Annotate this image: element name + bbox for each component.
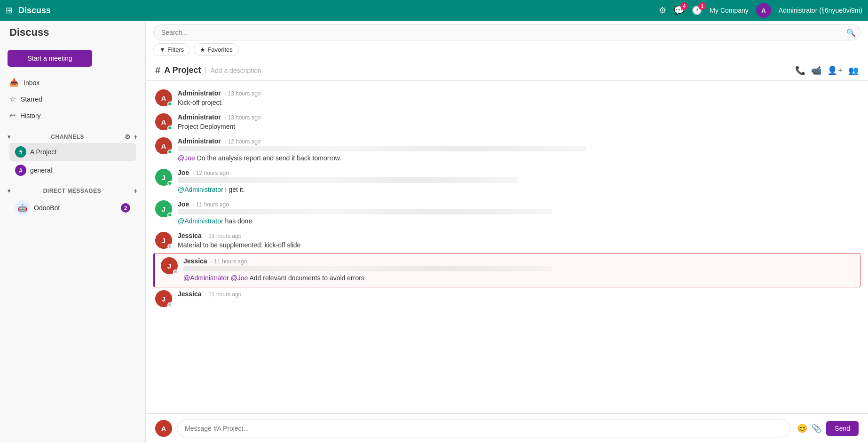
clock-badge: 1 [698,2,706,10]
app-title: Discuss [18,6,653,16]
company-name[interactable]: My Company [710,7,748,14]
odoobot-name: OdooBot [34,204,60,212]
message-text: Material to be supplemented: kick-off sl… [178,240,859,250]
channel-header-actions: 📞 📹 👤+ 👥 [795,65,859,76]
main-layout: Discuss Start a meeting 📥 Inbox ☆ Starre… [0,21,868,443]
message-header: Jessica · 11 hours ago [178,290,859,298]
message-author: Jessica [178,232,202,239]
message-header: Jessica · 11 hours ago [178,232,859,239]
message-item: J Jessica · 11 hours ago Material to be … [146,229,868,253]
message-time: · 11 hours ago [205,233,242,239]
message-avatar: J [155,290,172,307]
history-label: History [20,112,41,119]
filters-label: Filters [167,46,184,53]
message-item: A Administrator · 13 hours ago Project D… [146,111,868,134]
phone-icon[interactable]: 📞 [795,65,805,76]
message-author: Administrator [178,137,221,145]
inbox-icon: 📥 [9,78,19,87]
video-icon[interactable]: 📹 [811,65,821,76]
message-header: Joe · 11 hours ago [178,200,859,208]
filters-button[interactable]: ▼ Filters [153,43,190,56]
message-header: Administrator · 12 hours ago [178,137,859,145]
message-body: Jessica · 11 hours ago @Administrator @J… [183,257,854,283]
add-member-icon[interactable]: 👤+ [827,65,843,76]
user-avatar[interactable]: A [756,3,771,18]
search-area: 🔍 ▼ Filters ★ Favorites [146,21,868,60]
message-avatar: A [155,89,172,106]
settings-icon[interactable]: ⚙ [659,5,666,16]
messages-icon[interactable]: 💬 4 [674,5,684,16]
blurred-content [178,177,518,183]
channels-chevron: ▾ [8,134,11,140]
channels-settings-icon[interactable]: ⚙ [125,133,131,141]
sidebar-item-starred[interactable]: ☆ Starred [2,91,143,107]
message-author: Joe [178,169,189,176]
grid-icon[interactable]: ⊞ [6,5,13,16]
message-header: Joe · 12 hours ago [178,169,859,176]
channels-section: ▾ CHANNELS ⚙ + # A Project # general [0,127,145,182]
clock-icon[interactable]: 🕐 1 [692,5,702,16]
search-bar-row: 🔍 [153,24,860,40]
message-author: Jessica [183,257,207,265]
odoobot-badge: 2 [121,203,130,213]
message-avatar: J [161,257,178,274]
message-body: Jessica · 11 hours ago [178,290,859,299]
dm-add-icon[interactable]: + [134,187,138,195]
dm-chevron: ▾ [8,188,11,194]
channel-name-a-project: A Project [30,148,56,156]
sidebar-item-inbox[interactable]: 📥 Inbox [2,74,143,91]
attachment-icon[interactable]: 📎 [811,423,821,434]
compose-input[interactable] [177,419,790,437]
channel-name-general: general [30,166,52,174]
message-body: Joe · 11 hours ago @Administrator has do… [178,200,859,226]
channel-header-name: A Project [164,65,201,75]
members-icon[interactable]: 👥 [848,65,859,76]
search-input[interactable] [153,24,860,40]
message-avatar: J [155,169,172,186]
message-item: J Joe · 12 hours ago @Administrator I ge… [146,166,868,198]
history-icon: ↩ [9,111,16,120]
message-author: Administrator [178,89,221,97]
dm-section-header[interactable]: ▾ DIRECT MESSAGES + [8,185,138,197]
channel-item-general[interactable]: # general [9,161,136,179]
send-button[interactable]: Send [826,421,859,436]
content-area: 🔍 ▼ Filters ★ Favorites # A Project | Ad… [146,21,868,443]
message-header: Administrator · 13 hours ago [178,89,859,97]
message-avatar: J [155,232,172,249]
messages-area: A Administrator · 13 hours ago Kick-off … [146,81,868,413]
top-navigation: ⊞ Discuss ⚙ 💬 4 🕐 1 My Company A Adminis… [0,0,868,21]
compose-avatar: A [155,420,172,437]
offline-indicator [173,269,178,274]
channel-item-a-project[interactable]: # A Project [9,143,136,161]
message-item: J Joe · 11 hours ago @Administrator has … [146,198,868,229]
user-name[interactable]: Administrator (fj6nyue0vi9m) [779,7,862,14]
offline-indicator [167,302,172,307]
message-item-highlighted: J Jessica · 11 hours ago @Administrator … [153,253,860,287]
favorites-button[interactable]: ★ Favorites [194,43,238,56]
channel-description-placeholder[interactable]: Add a description [211,67,261,74]
search-filters: ▼ Filters ★ Favorites [153,43,860,56]
sidebar-item-history[interactable]: ↩ History [2,107,143,124]
blurred-content [178,209,552,214]
message-body: Administrator · 12 hours ago @Joe Do the… [178,137,859,163]
channel-hash-symbol: # [155,65,160,76]
odoobot-avatar: 🤖 [15,200,30,215]
dm-item-odoobot[interactable]: 🤖 OdooBot 2 [9,197,136,219]
sidebar: Discuss Start a meeting 📥 Inbox ☆ Starre… [0,21,146,443]
compose-icons: 😊 📎 [797,423,821,434]
start-meeting-button[interactable]: Start a meeting [8,50,92,67]
message-header: Jessica · 11 hours ago [183,257,854,265]
search-input-wrap: 🔍 [153,24,860,40]
message-text: @Administrator has done [178,216,859,226]
channels-add-icon[interactable]: + [134,133,138,141]
online-indicator [167,126,172,130]
message-author: Jessica [178,290,202,298]
message-body: Administrator · 13 hours ago Kick-off pr… [178,89,859,108]
sidebar-page-title: Discuss [0,21,145,42]
channels-section-header[interactable]: ▾ CHANNELS ⚙ + [8,131,138,142]
message-avatar: J [155,200,172,217]
compose-input-wrap [177,419,790,437]
emoji-icon[interactable]: 😊 [797,423,807,434]
channels-section-label: CHANNELS [51,134,84,140]
message-text: Project Deployment [178,122,859,132]
